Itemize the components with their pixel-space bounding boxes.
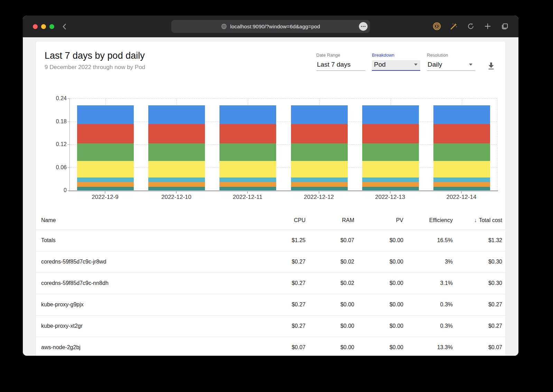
segment-teal[interactable]: [291, 187, 348, 190]
cell-ram: $0.07: [306, 230, 354, 251]
stacked-bar-2022-12-9[interactable]: [77, 105, 134, 190]
date-range-value: Last 7 days: [317, 61, 350, 68]
stacked-bar-2022-12-12[interactable]: [291, 105, 348, 190]
ellipsis-button[interactable]: [359, 22, 368, 31]
cell-ram: $0.00: [306, 315, 354, 337]
segment-blue[interactable]: [433, 105, 490, 124]
allocation-table: NameCPURAMPVEfficiency↓Total cost Totals…: [36, 211, 505, 356]
segment-yellow[interactable]: [219, 161, 276, 178]
close-window-button[interactable]: [33, 24, 38, 29]
back-button[interactable]: [61, 23, 68, 30]
table-row-coredns-59f85d7c9c-nn8dh[interactable]: coredns-59f85d7c9c-nn8dh$0.27$0.02$0.003…: [36, 273, 505, 294]
segment-orange[interactable]: [77, 182, 134, 187]
column-header-cpu[interactable]: CPU: [256, 211, 306, 230]
segment-red[interactable]: [219, 124, 276, 143]
segment-cyan[interactable]: [291, 178, 348, 182]
onepassword-extension-button[interactable]: [433, 22, 441, 30]
segment-teal[interactable]: [219, 187, 276, 190]
column-header-efficiency[interactable]: Efficiency: [403, 211, 453, 230]
segment-green[interactable]: [433, 143, 490, 161]
y-tick-mark: [67, 168, 69, 168]
segment-red[interactable]: [433, 124, 490, 143]
wand-extension-button[interactable]: [450, 22, 458, 30]
segment-orange[interactable]: [362, 182, 419, 187]
x-tick-mark: [461, 191, 462, 193]
segment-yellow[interactable]: [291, 161, 348, 178]
chevron-down-icon: [414, 64, 418, 66]
segment-blue[interactable]: [77, 105, 134, 124]
date-range-field[interactable]: Date Range Last 7 days: [316, 52, 365, 71]
cell-name: coredns-59f85d7c9c-jr8wd: [36, 251, 256, 273]
tab-overview-button[interactable]: [500, 22, 509, 30]
segment-orange[interactable]: [433, 182, 490, 187]
download-button[interactable]: [487, 62, 495, 71]
cell-efficiency: 0.3%: [403, 315, 453, 337]
segment-cyan[interactable]: [77, 178, 134, 182]
chart-x-axis: [68, 190, 498, 191]
zoom-window-button[interactable]: [49, 24, 54, 29]
segment-yellow[interactable]: [362, 161, 419, 178]
segment-cyan[interactable]: [219, 178, 276, 182]
segment-yellow[interactable]: [433, 161, 490, 178]
cell-cpu: $0.27: [256, 315, 306, 337]
segment-cyan[interactable]: [362, 178, 419, 182]
page-title: Last 7 days by pod daily: [45, 50, 145, 61]
stacked-bar-2022-12-11[interactable]: [219, 105, 276, 190]
segment-red[interactable]: [362, 124, 419, 143]
cell-cpu: $0.07: [256, 337, 306, 356]
segment-orange[interactable]: [148, 182, 205, 187]
segment-cyan[interactable]: [433, 178, 490, 182]
y-axis-label: 0.24: [36, 95, 67, 102]
y-axis-label: 0.18: [36, 118, 67, 125]
segment-orange[interactable]: [291, 182, 348, 187]
segment-cyan[interactable]: [148, 178, 205, 182]
breakdown-select[interactable]: Breakdown Pod: [372, 52, 420, 71]
stacked-bar-2022-12-13[interactable]: [362, 105, 419, 190]
column-header-ram[interactable]: RAM: [306, 211, 354, 230]
reload-icon: [467, 22, 475, 30]
table-row-kube-proxy-xt2gr[interactable]: kube-proxy-xt2gr$0.27$0.00$0.000.3%$0.27: [36, 315, 505, 337]
plus-icon: [484, 22, 491, 30]
new-tab-button[interactable]: [484, 22, 492, 30]
address-bar[interactable]: localhost:9090/?window=6d&agg=pod: [171, 20, 370, 33]
segment-green[interactable]: [219, 143, 276, 161]
segment-green[interactable]: [362, 143, 419, 161]
chevron-down-icon: [469, 64, 472, 66]
segment-red[interactable]: [148, 124, 205, 143]
table-row-kube-proxy-g9pjx[interactable]: kube-proxy-g9pjx$0.27$0.00$0.000.3%$0.27: [36, 294, 505, 315]
segment-blue[interactable]: [148, 105, 205, 124]
resolution-select[interactable]: Resolution Daily: [427, 52, 475, 71]
cell-cpu: $0.27: [256, 251, 306, 273]
stacked-bar-2022-12-10[interactable]: [148, 105, 205, 190]
cell-pv: $0.00: [354, 337, 403, 356]
segment-teal[interactable]: [77, 187, 134, 190]
segment-green[interactable]: [148, 143, 205, 161]
segment-red[interactable]: [291, 124, 348, 143]
stacked-bar-2022-12-14[interactable]: [433, 105, 490, 190]
title-block: Last 7 days by pod daily 9 December 2022…: [45, 50, 145, 71]
segment-green[interactable]: [77, 143, 134, 161]
segment-teal[interactable]: [362, 187, 419, 190]
column-header-pv[interactable]: PV: [354, 211, 403, 230]
segment-blue[interactable]: [362, 105, 419, 124]
segment-blue[interactable]: [219, 105, 276, 124]
segment-orange[interactable]: [219, 182, 276, 187]
table-row-aws-node-2g2bj[interactable]: aws-node-2g2bj$0.07$0.00$0.0013.3%$0.07: [36, 337, 505, 356]
segment-green[interactable]: [291, 143, 348, 161]
table-row-coredns-59f85d7c9c-jr8wd[interactable]: coredns-59f85d7c9c-jr8wd$0.27$0.02$0.003…: [36, 251, 505, 273]
cell-name: kube-proxy-g9pjx: [36, 294, 256, 315]
segment-teal[interactable]: [148, 187, 205, 190]
column-header-total-cost[interactable]: ↓Total cost: [453, 211, 505, 230]
segment-red[interactable]: [77, 124, 134, 143]
cell-pv: $0.00: [354, 251, 403, 273]
cell-total: $1.32: [453, 230, 505, 251]
segment-blue[interactable]: [291, 105, 348, 124]
cell-pv: $0.00: [354, 273, 403, 294]
minimize-window-button[interactable]: [41, 24, 46, 29]
segment-yellow[interactable]: [148, 161, 205, 178]
column-header-name[interactable]: Name: [36, 211, 256, 230]
segment-yellow[interactable]: [77, 161, 134, 178]
segment-teal[interactable]: [433, 187, 490, 190]
reload-button[interactable]: [467, 22, 475, 30]
table-row-totals[interactable]: Totals$1.25$0.07$0.0016.5%$1.32: [36, 230, 505, 251]
